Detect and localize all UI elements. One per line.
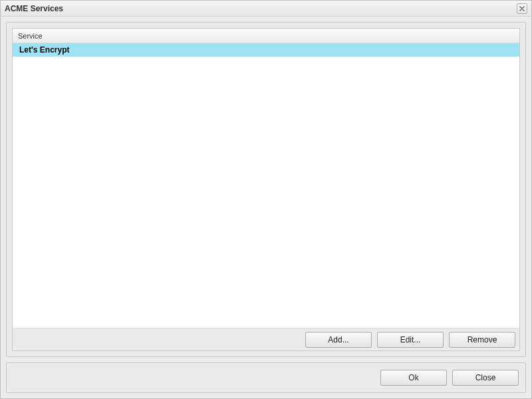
services-list-toolbar: Add... Edit... Remove [13,328,519,350]
services-list: Service Let's Encrypt Add... Edit... Rem… [12,28,520,351]
service-name: Let's Encrypt [19,45,70,55]
titlebar: ACME Services [1,1,531,17]
services-list-body[interactable]: Let's Encrypt [13,43,519,328]
services-list-header[interactable]: Service [13,29,519,43]
add-button[interactable]: Add... [305,332,372,348]
ok-button[interactable]: Ok [380,370,447,386]
column-header-service: Service [18,32,43,40]
dialog-body: Service Let's Encrypt Add... Edit... Rem… [1,17,531,398]
services-panel: Service Let's Encrypt Add... Edit... Rem… [6,22,526,357]
close-icon [519,6,525,11]
edit-button[interactable]: Edit... [377,332,444,348]
list-item[interactable]: Let's Encrypt [13,43,519,57]
window-title: ACME Services [5,4,517,13]
window-close-button[interactable] [517,3,527,14]
remove-button[interactable]: Remove [449,332,515,348]
close-button[interactable]: Close [452,370,519,386]
dialog-window: ACME Services Service Let's Encrypt Add.… [0,0,532,399]
dialog-actions-panel: Ok Close [6,362,526,393]
